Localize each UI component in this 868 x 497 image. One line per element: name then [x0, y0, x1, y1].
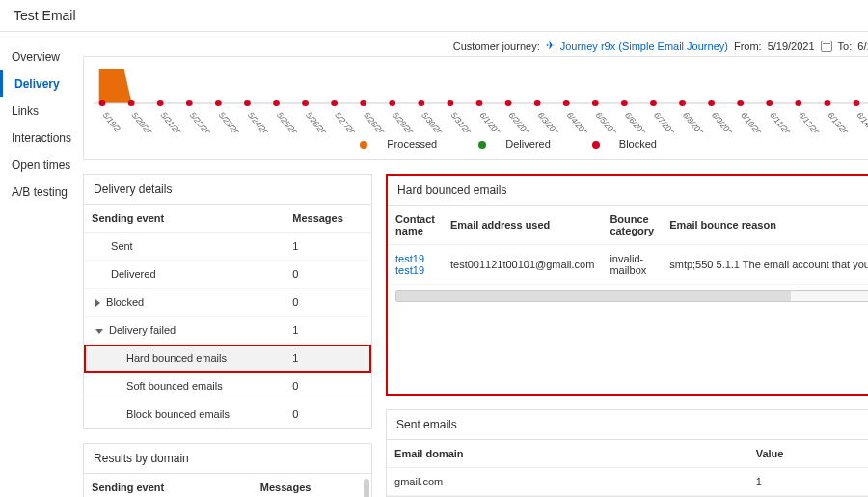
row-label: Sent [111, 240, 133, 252]
svg-text:6/13/2021: 6/13/2021 [826, 111, 856, 132]
svg-point-52 [825, 100, 831, 106]
row-label: Block bounced emails [126, 408, 230, 420]
svg-text:6/7/2021: 6/7/2021 [652, 111, 680, 132]
col-reason[interactable]: Email bounce reason [662, 206, 868, 245]
svg-point-16 [302, 100, 309, 106]
svg-point-10 [215, 100, 222, 106]
svg-text:6/1/2021: 6/1/2021 [477, 111, 505, 132]
svg-text:6/12/2021: 6/12/2021 [797, 111, 827, 132]
panel-title: Sent emails [396, 418, 457, 431]
delivery-details-table: Sending event Messages Sent1Delivered0Bl… [84, 205, 371, 428]
row-value: 0 [285, 400, 371, 428]
journey-link[interactable]: Journey r9x (Simple Email Journey) [560, 41, 728, 52]
svg-text:6/10/2021: 6/10/2021 [739, 111, 770, 132]
sidebar-item-ab-testing[interactable]: A/B testing [0, 179, 83, 206]
chevron-down-icon[interactable] [95, 329, 103, 334]
col-sending-event[interactable]: Sending event [84, 474, 253, 497]
panel-title: Delivery details [84, 175, 371, 205]
svg-point-14 [273, 100, 280, 106]
cell-value: 1 [748, 468, 868, 496]
hard-bounced-panel: Hard bounced emails ⤓ Contact name Email… [386, 174, 868, 396]
svg-text:6/4/2021: 6/4/2021 [565, 111, 593, 132]
row-value: 0 [285, 289, 371, 317]
chevron-right-icon[interactable] [95, 299, 100, 307]
col-contact[interactable]: Contact name [388, 206, 443, 245]
svg-point-24 [419, 100, 425, 106]
row-value: 1 [285, 317, 371, 345]
sidebar-item-overview[interactable]: Overview [0, 43, 83, 70]
svg-point-30 [505, 100, 512, 106]
col-messages[interactable]: Messages [253, 474, 371, 497]
svg-point-8 [186, 100, 193, 106]
svg-point-50 [795, 100, 801, 106]
svg-text:6/11/2021: 6/11/2021 [768, 111, 799, 132]
sidebar-item-links[interactable]: Links [0, 97, 83, 124]
panel-title: Results by domain [84, 444, 371, 474]
delivery-details-panel: Delivery details Sending event Messages … [83, 174, 372, 429]
contact-link[interactable]: test19 test19 [388, 245, 443, 285]
svg-point-32 [534, 100, 541, 106]
sidebar-item-open-times[interactable]: Open times [0, 152, 83, 179]
row-value: 1 [285, 345, 371, 373]
cell-domain: gmail.com [387, 468, 748, 496]
table-row[interactable]: Block bounced emails0 [84, 400, 371, 428]
table-row[interactable]: Soft bounced emails0 [84, 373, 371, 400]
col-email[interactable]: Email address used [443, 206, 602, 245]
table-row[interactable]: Hard bounced emails1 [84, 345, 371, 373]
table-row[interactable]: Blocked0 [84, 289, 371, 317]
col-sending-event[interactable]: Sending event [84, 205, 285, 233]
svg-text:5/22/2021: 5/22/2021 [188, 111, 219, 132]
col-value[interactable]: Value [748, 440, 868, 468]
to-date[interactable]: 6/16/2021 [857, 41, 868, 52]
delivery-timeline-chart: 5/19/25/20/20215/21/20215/22/20215/23/20… [94, 65, 868, 132]
svg-point-42 [679, 100, 686, 106]
table-row[interactable]: Delivered0 [84, 261, 371, 289]
col-category[interactable]: Bounce category [602, 206, 662, 245]
col-messages[interactable]: Messages [285, 205, 371, 233]
svg-text:5/30/2021: 5/30/2021 [420, 111, 450, 132]
cell-email: test001121t00101@gmail.com [443, 245, 602, 285]
journey-bar: Customer journey: ✈ Journey r9x (Simple … [83, 32, 868, 56]
svg-point-38 [621, 100, 628, 106]
svg-text:5/25/2021: 5/25/2021 [275, 111, 306, 132]
legend-processed: Processed [387, 138, 437, 150]
row-label: Blocked [106, 296, 144, 308]
table-row[interactable]: test19 test19 test001121t00101@gmail.com… [388, 245, 868, 285]
sent-emails-panel: Sent emails ⤓ Email domain Value gmail.c… [386, 409, 868, 497]
sidebar-item-delivery[interactable]: Delivery [0, 70, 83, 97]
svg-point-4 [128, 100, 135, 106]
horizontal-scrollbar[interactable] [395, 290, 868, 302]
legend-delivered: Delivered [505, 138, 550, 150]
svg-text:6/9/2021: 6/9/2021 [710, 111, 738, 132]
col-domain[interactable]: Email domain [387, 440, 748, 468]
sidebar: Overview Delivery Links Interactions Ope… [0, 32, 83, 497]
journey-label: Customer journey: [453, 41, 540, 52]
panel-title: Hard bounced emails [397, 183, 506, 197]
svg-point-40 [650, 100, 657, 106]
svg-point-44 [708, 100, 715, 106]
svg-text:6/8/2021: 6/8/2021 [681, 111, 709, 132]
calendar-icon[interactable] [821, 41, 832, 52]
page-title: Test Email [0, 0, 868, 32]
table-row[interactable]: Delivery failed1 [84, 317, 371, 345]
svg-text:6/5/2021: 6/5/2021 [594, 111, 622, 132]
journey-icon: ✈ [546, 40, 555, 52]
svg-text:6/6/2021: 6/6/2021 [623, 111, 651, 132]
legend-blocked: Blocked [619, 138, 657, 150]
svg-text:5/21/2021: 5/21/2021 [159, 111, 190, 132]
table-row[interactable]: Sent1 [84, 233, 371, 261]
svg-text:6/3/2021: 6/3/2021 [535, 111, 563, 132]
svg-text:6/14/2021: 6/14/2021 [854, 111, 868, 132]
svg-point-54 [854, 100, 860, 106]
svg-text:5/23/2021: 5/23/2021 [217, 111, 248, 132]
from-label: From: [734, 41, 762, 52]
svg-point-6 [157, 100, 164, 106]
scrollbar[interactable] [364, 479, 369, 497]
sidebar-item-interactions[interactable]: Interactions [0, 124, 83, 152]
svg-marker-0 [99, 69, 132, 103]
table-row[interactable]: gmail.com 1 [387, 468, 868, 496]
hard-bounced-table: Contact name Email address used Bounce c… [388, 206, 868, 285]
timeline-chart-card: 5/19/25/20/20215/21/20215/22/20215/23/20… [83, 56, 868, 160]
row-label: Soft bounced emails [126, 380, 223, 392]
from-date[interactable]: 5/19/2021 [768, 41, 815, 52]
